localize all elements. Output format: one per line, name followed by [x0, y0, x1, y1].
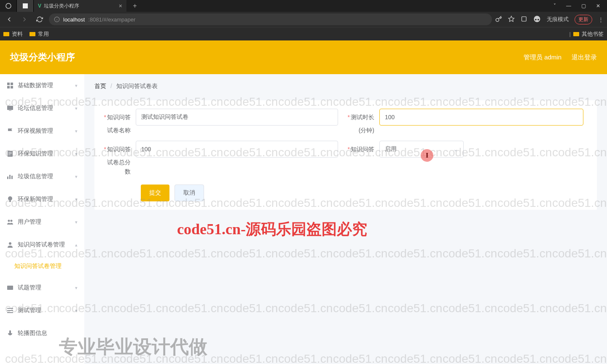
- bookmark-label: 常用: [38, 30, 49, 38]
- sidebar-item-basic-data[interactable]: 基础数据管理 ▾: [0, 74, 84, 97]
- card-icon: [7, 284, 13, 291]
- sidebar-item-news[interactable]: 环保新闻管理 ▾: [0, 188, 84, 211]
- select-value: 启用: [385, 145, 397, 153]
- cursor-indicator: I: [421, 149, 433, 162]
- incognito-icon[interactable]: [533, 15, 541, 24]
- active-tab[interactable]: V 垃圾分类小程序 ×: [34, 0, 126, 12]
- sidebar-item-label: 基础数据管理: [18, 82, 53, 89]
- chevron-down-icon: ▾: [75, 151, 78, 157]
- submit-button[interactable]: 提交: [141, 185, 169, 201]
- svg-rect-29: [7, 312, 13, 313]
- sidebar-subitem-exam-paper[interactable]: 知识问答试卷管理: [0, 256, 84, 276]
- svg-point-23: [8, 220, 10, 222]
- form-card: *知识问答 试卷名称 *测试时长 (分钟): [94, 100, 597, 210]
- sidebar-item-label: 论坛信息管理: [18, 104, 53, 112]
- key-icon[interactable]: [495, 16, 502, 24]
- main-content: 首页 / 知识问答试卷表 *知识问答 试卷名称 *测试时长: [84, 74, 607, 364]
- chevron-up-icon: ▴: [75, 242, 78, 248]
- breadcrumb: 首页 / 知识问答试卷表: [94, 83, 597, 90]
- sidebar-item-trash[interactable]: 垃圾信息管理 ▾: [0, 165, 84, 188]
- field-sublabel: (分钟): [345, 126, 379, 135]
- document-icon: [7, 150, 13, 157]
- app-header: 垃圾分类小程序 管理员 admin 退出登录: [0, 40, 607, 74]
- field-sublabel: 试卷总分: [101, 158, 136, 167]
- sidebar-item-exam-paper[interactable]: 知识问答试卷管理 ▴: [0, 233, 84, 256]
- sidebar-item-label: 垃圾信息管理: [18, 173, 53, 180]
- user-icon: [7, 241, 13, 248]
- url-input[interactable]: localhost:8081/#/exampaper: [49, 13, 492, 25]
- chevron-down-icon: ▾: [75, 197, 78, 202]
- flag-icon: [7, 128, 13, 134]
- svg-rect-9: [11, 83, 13, 85]
- svg-rect-28: [7, 310, 13, 311]
- window-maximize-icon[interactable]: ▢: [581, 3, 586, 9]
- sidebar-item-label: 用户管理: [18, 218, 41, 226]
- bookmark-label: 其他书签: [582, 30, 604, 38]
- svg-point-21: [8, 196, 12, 201]
- bookmarks-bar: 资料 常用 | 其他书签: [0, 27, 607, 40]
- window-close-icon[interactable]: ✕: [596, 3, 600, 9]
- sidebar-item-video[interactable]: 环保视频管理 ▾: [0, 120, 84, 142]
- reload-button[interactable]: [34, 13, 46, 25]
- folder-icon: [30, 32, 35, 36]
- menu-icon[interactable]: ⋮: [598, 16, 604, 23]
- sidebar-item-label: 试题管理: [18, 284, 41, 292]
- close-tab-icon[interactable]: ×: [119, 3, 122, 9]
- breadcrumb-home[interactable]: 首页: [94, 83, 106, 89]
- field-label: 知识问答: [351, 146, 374, 153]
- duration-input[interactable]: [379, 109, 583, 126]
- cancel-button[interactable]: 取消: [175, 185, 204, 201]
- svg-rect-18: [7, 177, 8, 179]
- chevron-down-icon: ▾: [75, 174, 78, 179]
- sidebar-item-label: 环保视频管理: [18, 127, 53, 135]
- field-label: 测试时长: [351, 114, 374, 120]
- svg-rect-16: [8, 153, 12, 154]
- sidebar-item-user[interactable]: 用户管理 ▾: [0, 211, 84, 233]
- update-button[interactable]: 更新: [575, 15, 592, 24]
- chevron-down-icon: ▾: [75, 308, 78, 313]
- chevron-down-icon: ▾: [75, 219, 78, 225]
- sidebar-item-label: 测试管理: [18, 307, 41, 314]
- star-icon[interactable]: [508, 16, 515, 24]
- svg-point-7: [537, 19, 539, 20]
- incognito-label: 无痕模式: [547, 16, 569, 23]
- bookmark-other[interactable]: | 其他书签: [569, 30, 604, 38]
- bookmark-1[interactable]: 资料: [3, 30, 23, 38]
- forward-button[interactable]: [19, 13, 30, 25]
- admin-link[interactable]: 管理员 admin: [524, 54, 561, 62]
- bulb-icon: [7, 196, 13, 203]
- chevron-down-icon: ▾: [75, 285, 78, 291]
- svg-rect-26: [7, 286, 13, 290]
- logout-link[interactable]: 退出登录: [572, 54, 597, 62]
- total-score-input[interactable]: [136, 141, 338, 158]
- extension-icon[interactable]: [521, 16, 527, 24]
- sidebar-item-forum[interactable]: 论坛信息管理 ▾: [0, 97, 84, 120]
- paper-name-input[interactable]: [136, 109, 338, 126]
- folder-icon: [3, 32, 9, 36]
- window-more-icon[interactable]: ˅: [553, 3, 556, 9]
- bar-chart-icon: [7, 173, 13, 180]
- svg-point-0: [6, 3, 11, 8]
- tab-favicon-1[interactable]: [0, 0, 17, 12]
- sidebar-item-knowledge[interactable]: 环保知识管理 ▾: [0, 142, 84, 165]
- app-title: 垃圾分类小程序: [10, 51, 75, 64]
- sidebar: 基础数据管理 ▾ 论坛信息管理 ▾ 环保视频管理 ▾: [0, 74, 84, 364]
- chevron-down-icon: ▾: [75, 83, 78, 88]
- sidebar-item-carousel[interactable]: 轮播图信息: [0, 322, 84, 345]
- svg-rect-12: [7, 106, 13, 110]
- new-tab-button[interactable]: +: [126, 2, 143, 10]
- bookmark-2[interactable]: 常用: [30, 30, 49, 38]
- back-button[interactable]: [3, 13, 15, 25]
- svg-rect-8: [7, 83, 10, 85]
- window-minimize-icon[interactable]: —: [566, 3, 571, 9]
- users-icon: [7, 219, 13, 225]
- sidebar-item-label: 知识问答试卷管理: [18, 241, 65, 249]
- sidebar-item-question[interactable]: 试题管理 ▾: [0, 276, 84, 299]
- url-path: :8081/#/exampaper: [88, 16, 135, 23]
- monitor-icon: [7, 105, 13, 112]
- svg-point-24: [11, 220, 13, 222]
- tab-favicon-2[interactable]: [17, 0, 34, 12]
- sidebar-item-test[interactable]: 测试管理 ▾: [0, 299, 84, 322]
- field-sublabel: 试卷名称: [101, 126, 136, 135]
- svg-rect-27: [7, 308, 13, 309]
